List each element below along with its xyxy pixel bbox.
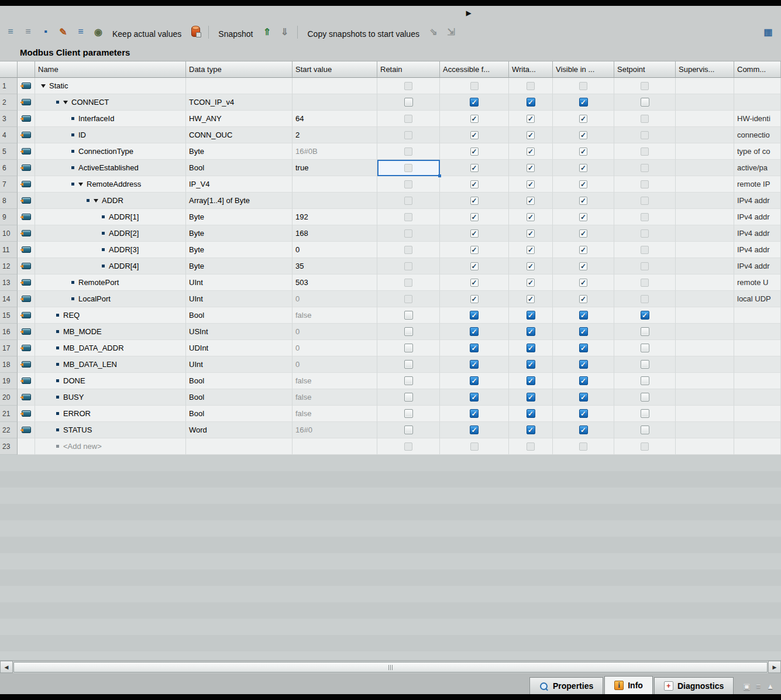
checkbox-cell[interactable] bbox=[614, 127, 676, 143]
row-number[interactable]: 6 bbox=[0, 160, 18, 176]
data-type-cell[interactable]: Byte bbox=[186, 242, 293, 258]
collapse-triangle-icon[interactable] bbox=[94, 199, 98, 203]
checked-checkbox[interactable]: ✓ bbox=[579, 426, 588, 434]
checked-checkbox[interactable]: ✓ bbox=[579, 344, 588, 352]
checkbox-cell[interactable]: ✓ bbox=[553, 242, 614, 258]
checked-checkbox[interactable]: ✓ bbox=[527, 246, 535, 254]
checked-checkbox[interactable]: ✓ bbox=[470, 262, 479, 270]
row-number[interactable]: 13 bbox=[0, 274, 18, 291]
unchecked-checkbox[interactable] bbox=[641, 213, 649, 221]
row-number[interactable]: 11 bbox=[0, 242, 18, 258]
unchecked-checkbox[interactable] bbox=[579, 82, 587, 90]
unchecked-checkbox[interactable] bbox=[641, 426, 649, 434]
column-header-retain[interactable]: Retain bbox=[377, 61, 440, 78]
checkbox-cell[interactable] bbox=[614, 438, 676, 455]
supervision-cell[interactable] bbox=[676, 176, 734, 193]
checked-checkbox[interactable]: ✓ bbox=[527, 426, 535, 434]
name-cell[interactable]: Static bbox=[35, 78, 186, 94]
checkbox-cell[interactable] bbox=[614, 406, 676, 422]
checked-checkbox[interactable]: ✓ bbox=[527, 360, 535, 369]
checked-checkbox[interactable]: ✓ bbox=[527, 376, 535, 385]
checked-checkbox[interactable]: ✓ bbox=[527, 164, 535, 172]
name-cell[interactable]: RemoteAddress bbox=[35, 176, 186, 193]
start-value-cell[interactable]: false bbox=[293, 307, 377, 324]
checked-checkbox[interactable]: ✓ bbox=[579, 197, 587, 205]
unchecked-checkbox[interactable] bbox=[404, 213, 412, 221]
checkbox-cell[interactable]: ✓ bbox=[440, 143, 509, 160]
row-number[interactable]: 20 bbox=[0, 389, 18, 406]
name-cell[interactable]: ADDR[1] bbox=[35, 209, 186, 225]
comment-cell[interactable] bbox=[734, 373, 781, 389]
checkbox-cell[interactable] bbox=[614, 340, 676, 356]
checkbox-cell[interactable]: ✓ bbox=[509, 258, 553, 274]
checked-checkbox[interactable]: ✓ bbox=[527, 393, 535, 402]
checkbox-cell[interactable]: ✓ bbox=[440, 291, 509, 307]
checkbox-cell[interactable] bbox=[614, 111, 676, 127]
data-type-cell[interactable]: Byte bbox=[186, 225, 293, 242]
supervision-cell[interactable] bbox=[676, 389, 734, 406]
checkbox-cell[interactable] bbox=[614, 258, 676, 274]
unchecked-checkbox[interactable] bbox=[404, 426, 413, 434]
start-value-cell[interactable] bbox=[293, 94, 377, 111]
checked-checkbox[interactable]: ✓ bbox=[470, 426, 479, 434]
checkbox-cell[interactable] bbox=[614, 176, 676, 193]
checkbox-cell[interactable] bbox=[553, 78, 614, 94]
checked-checkbox[interactable]: ✓ bbox=[527, 327, 535, 336]
data-type-cell[interactable]: Array[1..4] of Byte bbox=[186, 193, 293, 209]
checkbox-cell[interactable] bbox=[377, 324, 440, 340]
checkbox-cell[interactable]: ✓ bbox=[440, 176, 509, 193]
supervision-cell[interactable] bbox=[676, 143, 734, 160]
checkbox-cell[interactable] bbox=[440, 438, 509, 455]
collapse-triangle-icon[interactable] bbox=[41, 84, 46, 88]
checkbox-cell[interactable]: ✓ bbox=[509, 324, 553, 340]
supervision-cell[interactable] bbox=[676, 209, 734, 225]
unchecked-checkbox[interactable] bbox=[641, 131, 649, 139]
checkbox-cell[interactable] bbox=[614, 389, 676, 406]
tab-properties[interactable]: Properties bbox=[529, 677, 603, 694]
supervision-cell[interactable] bbox=[676, 78, 734, 94]
supervision-cell[interactable] bbox=[676, 193, 734, 209]
checkbox-cell[interactable] bbox=[614, 94, 676, 111]
checkbox-cell[interactable] bbox=[377, 176, 440, 193]
data-type-cell[interactable]: Word bbox=[186, 422, 293, 438]
data-type-cell[interactable]: UDInt bbox=[186, 340, 293, 356]
comment-cell[interactable] bbox=[734, 324, 781, 340]
checked-checkbox[interactable]: ✓ bbox=[579, 393, 588, 402]
checkbox-cell[interactable] bbox=[377, 209, 440, 225]
checked-checkbox[interactable]: ✓ bbox=[470, 279, 479, 287]
name-cell[interactable]: ADDR bbox=[35, 193, 186, 209]
start-value-cell[interactable] bbox=[293, 438, 377, 455]
start-value-cell[interactable]: 0 bbox=[293, 242, 377, 258]
checkbox-cell[interactable]: ✓ bbox=[553, 225, 614, 242]
checkbox-cell[interactable]: ✓ bbox=[440, 422, 509, 438]
unchecked-checkbox[interactable] bbox=[641, 344, 649, 352]
modify-values-icon[interactable]: ✎ bbox=[56, 25, 70, 39]
checkbox-cell[interactable]: ✓ bbox=[553, 160, 614, 176]
checkbox-cell[interactable]: ✓ bbox=[553, 356, 614, 373]
checkbox-cell[interactable] bbox=[377, 274, 440, 291]
checkbox-cell[interactable]: ✓ bbox=[509, 193, 553, 209]
checkbox-cell[interactable]: ✓ bbox=[553, 373, 614, 389]
checkbox-cell[interactable] bbox=[377, 225, 440, 242]
start-value-cell[interactable]: 16#0 bbox=[293, 422, 377, 438]
name-cell[interactable]: ERROR bbox=[35, 406, 186, 422]
unchecked-checkbox[interactable] bbox=[579, 442, 587, 451]
data-type-cell[interactable] bbox=[186, 438, 293, 455]
checked-checkbox[interactable]: ✓ bbox=[579, 409, 588, 418]
checked-checkbox[interactable]: ✓ bbox=[641, 311, 649, 320]
checkbox-cell[interactable]: ✓ bbox=[440, 193, 509, 209]
copy-snapshot-up-icon[interactable]: ⇑ bbox=[260, 25, 274, 39]
checkbox-cell[interactable] bbox=[614, 422, 676, 438]
unchecked-checkbox[interactable] bbox=[404, 98, 413, 107]
checkbox-cell[interactable] bbox=[377, 340, 440, 356]
checked-checkbox[interactable]: ✓ bbox=[579, 115, 587, 123]
data-type-cell[interactable] bbox=[186, 78, 293, 94]
checkbox-cell[interactable] bbox=[377, 406, 440, 422]
checkbox-cell[interactable] bbox=[614, 373, 676, 389]
checkbox-cell[interactable]: ✓ bbox=[509, 406, 553, 422]
row-number[interactable]: 17 bbox=[0, 340, 18, 356]
start-value-cell[interactable]: 35 bbox=[293, 258, 377, 274]
checked-checkbox[interactable]: ✓ bbox=[470, 246, 479, 254]
checkbox-cell[interactable]: ✓ bbox=[614, 307, 676, 324]
unchecked-checkbox[interactable] bbox=[404, 115, 412, 123]
